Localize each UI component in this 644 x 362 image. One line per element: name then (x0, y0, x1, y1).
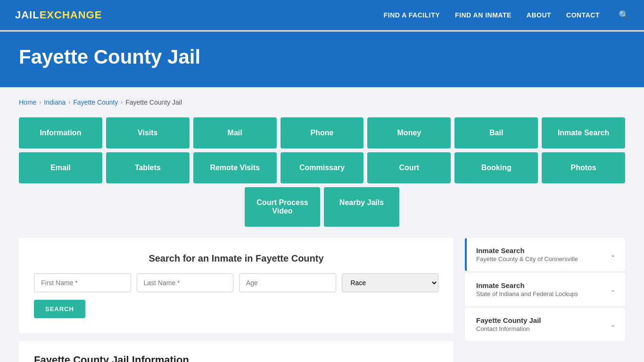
sidebar-item-1-sub: Fayette County & City of Connersville (476, 255, 578, 263)
nav-find-inmate[interactable]: FIND AN INMATE (455, 11, 512, 19)
bottom-layout: Search for an Inmate in Fayette County R… (19, 238, 625, 362)
search-button[interactable]: SEARCH (34, 300, 85, 318)
breadcrumb-current: Fayette County Jail (125, 99, 182, 106)
sidebar-item-1[interactable]: Inmate Search Fayette County & City of C… (465, 238, 625, 271)
sidebar-item-1-title: Inmate Search (476, 247, 578, 255)
age-input[interactable] (239, 273, 336, 292)
tile-row-2: Email Tablets Remote Visits Commissary C… (19, 152, 625, 183)
tile-mail[interactable]: Mail (193, 117, 277, 148)
info-section: Fayette County Jail Information (19, 341, 454, 362)
tile-email[interactable]: Email (19, 152, 102, 183)
sidebar-item-3-title: Fayette County Jail (476, 316, 541, 324)
nav-find-facility[interactable]: FIND A FACILITY (384, 11, 440, 19)
tile-money[interactable]: Money (367, 117, 451, 148)
tile-photos[interactable]: Photos (542, 152, 625, 183)
search-fields: Race White Black Hispanic Asian Other (34, 273, 438, 292)
tile-nearby-jails[interactable]: Nearby Jails (324, 187, 399, 227)
logo-jail: JAIL (15, 9, 40, 21)
tile-information[interactable]: Information (19, 117, 102, 148)
search-box: Search for an Inmate in Fayette County R… (19, 238, 454, 333)
breadcrumb-sep-2: › (68, 99, 70, 106)
breadcrumb-fayette-county[interactable]: Fayette County (73, 99, 118, 106)
breadcrumb-indiana[interactable]: Indiana (44, 99, 66, 106)
search-title: Search for an Inmate in Fayette County (34, 253, 438, 264)
logo-exchange: EXCHANGE (40, 9, 102, 21)
breadcrumb-sep-3: › (121, 99, 123, 106)
nav-links: FIND A FACILITY FIND AN INMATE ABOUT CON… (384, 10, 629, 20)
sidebar-item-2-sub: State of Indiana and Federal Lockups (476, 290, 578, 297)
tile-row-3: Court Process Video Nearby Jails (19, 187, 625, 227)
breadcrumb-sep-1: › (39, 99, 41, 106)
tile-commissary[interactable]: Commissary (281, 152, 364, 183)
hero-section: Fayette County Jail (0, 32, 644, 87)
page-title: Fayette County Jail (19, 46, 625, 68)
info-heading: Fayette County Jail Information (34, 354, 438, 362)
chevron-down-icon-2: ⌄ (610, 286, 616, 293)
tile-tablets[interactable]: Tablets (106, 152, 190, 183)
tile-remote-visits[interactable]: Remote Visits (193, 152, 277, 183)
tile-phone[interactable]: Phone (281, 117, 364, 148)
sidebar-item-2-title: Inmate Search (476, 281, 578, 289)
sidebar-item-3-sub: Contact Information (476, 325, 541, 332)
tile-bail[interactable]: Bail (454, 117, 538, 148)
navbar: JAILEXCHANGE FIND A FACILITY FIND AN INM… (0, 0, 644, 30)
chevron-down-icon-3: ⌄ (610, 321, 616, 328)
search-icon[interactable]: 🔍 (619, 10, 629, 20)
main-content: Home › Indiana › Fayette County › Fayett… (0, 87, 644, 362)
chevron-down-icon-1: ⌄ (610, 251, 616, 258)
sidebar: Inmate Search Fayette County & City of C… (465, 238, 625, 362)
breadcrumb-home[interactable]: Home (19, 99, 36, 106)
first-name-input[interactable] (34, 273, 131, 292)
last-name-input[interactable] (137, 273, 234, 292)
sidebar-item-2[interactable]: Inmate Search State of Indiana and Feder… (465, 273, 625, 306)
breadcrumb: Home › Indiana › Fayette County › Fayett… (19, 99, 625, 106)
tile-court-process-video[interactable]: Court Process Video (245, 187, 320, 227)
site-logo[interactable]: JAILEXCHANGE (15, 9, 384, 21)
tile-section: Information Visits Mail Phone Money Bail… (19, 117, 625, 227)
tile-court[interactable]: Court (367, 152, 451, 183)
tile-visits[interactable]: Visits (106, 117, 190, 148)
tile-inmate-search[interactable]: Inmate Search (542, 117, 625, 148)
sidebar-item-3[interactable]: Fayette County Jail Contact Information … (465, 308, 625, 341)
nav-about[interactable]: ABOUT (527, 11, 551, 19)
tile-booking[interactable]: Booking (454, 152, 538, 183)
tile-row-1: Information Visits Mail Phone Money Bail… (19, 117, 625, 148)
race-select[interactable]: Race White Black Hispanic Asian Other (342, 273, 439, 292)
nav-contact[interactable]: CONTACT (566, 11, 600, 19)
